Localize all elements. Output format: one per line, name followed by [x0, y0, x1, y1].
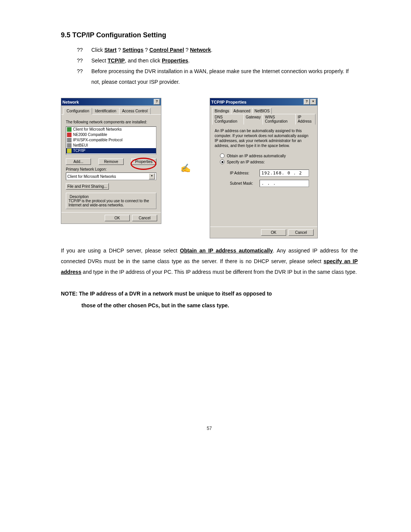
description-text: TCP/IP is the protocol you use to connec… — [68, 199, 154, 207]
tab-gateway[interactable]: Gateway — [244, 114, 263, 125]
protocol-icon — [67, 138, 72, 142]
add-button[interactable]: Add... — [66, 158, 91, 165]
protocol-icon — [67, 149, 72, 153]
tab-configuration[interactable]: Configuration — [64, 108, 92, 115]
titlebar: TCP/IP Properties ? × — [210, 98, 317, 105]
subnet-mask-input[interactable]: . . . — [260, 180, 309, 187]
radio-obtain-auto[interactable]: Obtain an IP address automatically — [220, 153, 313, 158]
close-icon[interactable]: × — [310, 99, 316, 105]
tab-netbios[interactable]: NetBIOS — [252, 108, 272, 114]
radio-specify-ip[interactable]: Specify an IP address: — [220, 160, 313, 164]
step-3: Before processing the DVR installation i… — [91, 66, 358, 87]
network-dialog: Network ? Configuration Identification A… — [61, 98, 161, 224]
radio-icon — [220, 160, 225, 164]
titlebar: Network ? — [61, 98, 161, 105]
radio-icon — [220, 153, 225, 158]
subnet-mask-label: Subnet Mask: — [230, 181, 260, 185]
remove-button[interactable]: Remove — [99, 158, 124, 165]
ip-address-input[interactable]: 192.168. 0 . 2 — [260, 169, 309, 177]
client-icon — [67, 127, 72, 132]
tab-wins[interactable]: WINS Configuration — [263, 114, 296, 125]
section-heading: 9.5 TCP/IP Configuration Setting — [61, 31, 358, 39]
bullet: ?? — [77, 66, 84, 87]
step-1: Click Start ? Settings ? Control Panel ?… — [91, 45, 212, 55]
tab-identification[interactable]: Identification — [92, 108, 119, 114]
description-label: Description — [68, 195, 90, 199]
help-icon[interactable]: ? — [304, 99, 310, 105]
ip-address-label: IP Address: — [230, 171, 260, 175]
file-print-sharing-button[interactable]: File and Print Sharing... — [66, 183, 109, 190]
help-icon[interactable]: ? — [154, 99, 160, 105]
components-label: The following network components are ins… — [66, 120, 156, 124]
bullet: ?? — [77, 55, 84, 66]
list-item[interactable]: NE2000 Compatible — [66, 132, 156, 137]
tab-ip-address[interactable]: IP Address — [295, 114, 315, 125]
chevron-down-icon[interactable]: ▾ — [149, 173, 155, 179]
logon-label: Primary Network Logon: — [66, 167, 156, 171]
tab-advanced[interactable]: Advanced — [231, 108, 252, 114]
tab-dns[interactable]: DNS Configuration — [212, 114, 244, 125]
dhcp-paragraph: If you are using a DHCP server, please s… — [61, 245, 358, 277]
ok-button[interactable]: OK — [105, 215, 130, 221]
list-item[interactable]: NetBEUI — [66, 143, 156, 148]
tcpip-properties-dialog: TCP/IP Properties ? × Bindings Advanced … — [210, 98, 318, 238]
list-item-selected[interactable]: TCP/IP — [66, 148, 156, 153]
step-2: Select TCP/IP, and then click Properties… — [91, 55, 190, 66]
adapter-icon — [67, 133, 72, 137]
cancel-button[interactable]: Cancel — [132, 215, 157, 221]
properties-button[interactable]: Properties — [131, 158, 156, 165]
note-block: NOTE: The IP address of a DVR in a netwo… — [61, 288, 358, 312]
protocol-icon — [67, 143, 72, 148]
tab-bindings[interactable]: Bindings — [212, 108, 231, 114]
steps-list: ?? Click Start ? Settings ? Control Pane… — [77, 45, 358, 87]
list-item[interactable]: Client for Microsoft Networks — [66, 127, 156, 132]
dialog-title: Network — [62, 100, 79, 104]
dialog-title: TCP/IP Properties — [211, 100, 247, 104]
ip-intro-text: An IP address can be automatically assig… — [215, 128, 313, 148]
tab-access-control[interactable]: Access Control — [119, 108, 151, 114]
cancel-button[interactable]: Cancel — [288, 229, 314, 236]
page-number: 57 — [61, 426, 358, 431]
list-item[interactable]: IPX/SPX-compatible Protocol — [66, 137, 156, 143]
bullet: ?? — [77, 45, 84, 55]
logon-select[interactable]: Client for Microsoft Networks▾ — [66, 173, 156, 180]
components-listbox[interactable]: Client for Microsoft Networks NE2000 Com… — [66, 126, 156, 155]
pencil-icon: ✍ — [180, 163, 191, 173]
ok-button[interactable]: OK — [261, 229, 286, 236]
